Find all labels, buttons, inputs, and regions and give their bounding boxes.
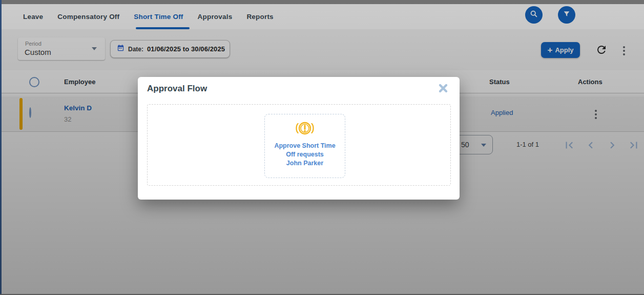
node-text-line2: Off requests [265,150,345,159]
approval-flow-modal: Approval Flow Appr [138,77,460,200]
modal-close-button[interactable] [437,83,449,95]
node-text-line3: John Parker [265,159,345,168]
approval-step-node: Approve Short Time Off requests John Par… [264,114,345,178]
node-text-line1: Approve Short Time [265,142,345,150]
app-window: Leave Compensatory Off Short Time Off Ap… [0,0,644,295]
close-icon [438,88,449,95]
approval-flow-canvas: Approve Short Time Off requests John Par… [147,104,451,186]
modal-title: Approval Flow [147,84,207,94]
alert-icon [265,120,345,139]
